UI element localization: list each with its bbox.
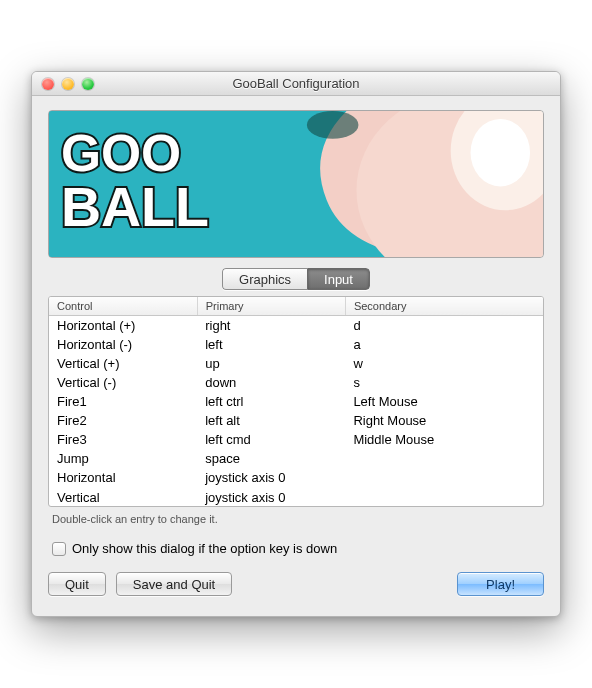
window-title: GooBall Configuration (32, 76, 560, 91)
cell-control[interactable]: Fire1 (49, 392, 197, 411)
svg-point-6 (307, 111, 359, 139)
cell-control[interactable]: Horizontal (-) (49, 335, 197, 354)
cell-primary[interactable]: right (197, 316, 345, 336)
cell-control[interactable]: Jump (49, 449, 197, 468)
tab-input[interactable]: Input (307, 268, 370, 290)
cell-control[interactable]: Fire3 (49, 430, 197, 449)
cell-primary[interactable]: joystick axis 0 (197, 468, 345, 487)
col-secondary[interactable]: Secondary (345, 297, 543, 316)
table-hint: Double-click an entry to change it. (48, 507, 544, 527)
col-primary[interactable]: Primary (197, 297, 345, 316)
cell-control[interactable]: Horizontal (+) (49, 316, 197, 336)
cell-secondary[interactable]: d (345, 316, 543, 336)
only-show-option-label: Only show this dialog if the option key … (72, 541, 337, 556)
input-bindings-table: Control Primary Secondary Horizontal (+)… (48, 296, 544, 507)
button-row: Quit Save and Quit Play! (48, 572, 544, 596)
close-icon[interactable] (42, 78, 54, 90)
cell-secondary[interactable] (345, 487, 543, 506)
minimize-icon[interactable] (62, 78, 74, 90)
table-row[interactable]: Jumpspace (49, 449, 543, 468)
table-row[interactable]: Horizontal (-)lefta (49, 335, 543, 354)
cell-secondary[interactable] (345, 449, 543, 468)
save-and-quit-button[interactable]: Save and Quit (116, 572, 232, 596)
cell-primary[interactable]: space (197, 449, 345, 468)
cell-control[interactable]: Fire2 (49, 411, 197, 430)
svg-text:BALL: BALL (61, 176, 209, 238)
only-show-option-checkbox[interactable] (52, 542, 66, 556)
svg-text:GOO: GOO (61, 124, 181, 182)
titlebar[interactable]: GooBall Configuration (32, 72, 560, 96)
cell-secondary[interactable]: Right Mouse (345, 411, 543, 430)
cell-secondary[interactable]: s (345, 373, 543, 392)
quit-button[interactable]: Quit (48, 572, 106, 596)
cell-control[interactable]: Vertical (49, 487, 197, 506)
banner-image: GOO BALL (48, 110, 544, 258)
cell-primary[interactable]: left ctrl (197, 392, 345, 411)
cell-control[interactable]: Vertical (+) (49, 354, 197, 373)
cell-secondary[interactable]: Left Mouse (345, 392, 543, 411)
cell-secondary[interactable] (345, 468, 543, 487)
table-row[interactable]: Vertical (-)downs (49, 373, 543, 392)
cell-control[interactable]: Horizontal (49, 468, 197, 487)
table-row[interactable]: Fire2left altRight Mouse (49, 411, 543, 430)
only-show-option-row[interactable]: Only show this dialog if the option key … (48, 541, 544, 556)
cell-secondary[interactable]: Middle Mouse (345, 430, 543, 449)
table-row[interactable]: Fire1left ctrlLeft Mouse (49, 392, 543, 411)
col-control[interactable]: Control (49, 297, 197, 316)
zoom-icon[interactable] (82, 78, 94, 90)
table-row[interactable]: Horizontal (+)rightd (49, 316, 543, 336)
table-row[interactable]: Horizontaljoystick axis 0 (49, 468, 543, 487)
cell-primary[interactable]: joystick axis 0 (197, 487, 345, 506)
tab-graphics[interactable]: Graphics (222, 268, 307, 290)
tab-bar: Graphics Input (48, 268, 544, 290)
cell-primary[interactable]: left (197, 335, 345, 354)
table-row[interactable]: Verticaljoystick axis 0 (49, 487, 543, 506)
cell-primary[interactable]: down (197, 373, 345, 392)
svg-point-3 (471, 119, 531, 186)
cell-secondary[interactable]: a (345, 335, 543, 354)
window-content: GOO BALL Graphics Input Control Primary … (32, 96, 560, 616)
cell-secondary[interactable]: w (345, 354, 543, 373)
cell-control[interactable]: Vertical (-) (49, 373, 197, 392)
traffic-lights (32, 78, 94, 90)
cell-primary[interactable]: left alt (197, 411, 345, 430)
cell-primary[interactable]: left cmd (197, 430, 345, 449)
table-row[interactable]: Fire3left cmdMiddle Mouse (49, 430, 543, 449)
cell-primary[interactable]: up (197, 354, 345, 373)
play-button[interactable]: Play! (457, 572, 544, 596)
config-window: GooBall Configuration GOO BALL Graphics … (31, 71, 561, 617)
table-row[interactable]: Vertical (+)upw (49, 354, 543, 373)
